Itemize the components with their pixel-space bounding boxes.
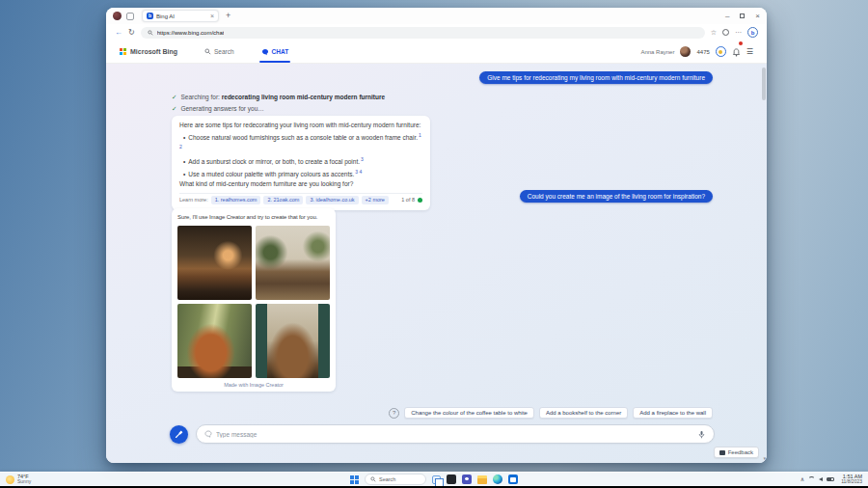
bell-icon — [732, 48, 741, 57]
profile-icon[interactable] — [722, 29, 729, 36]
citation-more-link[interactable]: +2 more — [362, 196, 389, 204]
generated-image-1[interactable] — [177, 226, 252, 300]
store-icon[interactable] — [508, 474, 518, 484]
suggestion-chips: ? Change the colour of the coffee table … — [389, 407, 713, 419]
browser-tab[interactable]: b Bing AI × — [142, 10, 219, 22]
citation-ref[interactable]: 3 — [361, 156, 364, 162]
tab-search[interactable]: Search — [204, 48, 234, 55]
url-field[interactable]: https://www.bing.com/chat — [141, 27, 705, 39]
image-reply-text: Sure, I'll use Image Creator and try to … — [177, 214, 330, 220]
tab-chat[interactable]: CHAT — [261, 48, 289, 56]
status-generating-text: Generating answers for you… — [180, 103, 263, 115]
task-view-icon[interactable] — [432, 475, 441, 484]
citation-link[interactable]: 3. idealhome.co.uk — [306, 196, 358, 204]
learn-more-label: Learn more: — [179, 196, 208, 204]
search-tab-label: Search — [214, 48, 234, 55]
feedback-button[interactable]: Feedback — [714, 447, 759, 458]
chat-area: ▾ Give me tips for redecorating my livin… — [106, 64, 767, 463]
refresh-button[interactable]: ↻ — [128, 29, 135, 37]
weather-widget[interactable]: 74°F Sunny — [6, 474, 31, 485]
taskbar-app-teams-icon[interactable] — [462, 474, 472, 484]
bing-header: Microsoft Bing Search CHAT Anna Rayner 4… — [106, 41, 767, 64]
new-topic-button[interactable] — [170, 425, 188, 444]
suggestion-chip[interactable]: Add a fireplace to the wall — [633, 407, 713, 419]
tray-chevron-icon[interactable]: ∧ — [800, 476, 804, 482]
generated-image-2[interactable] — [256, 226, 330, 300]
image-creator-caption: Made with Image Creator — [177, 382, 330, 388]
wifi-icon[interactable] — [808, 476, 815, 483]
generated-image-3[interactable] — [177, 304, 252, 378]
user-message-1: Give me tips for redecorating my living … — [479, 71, 713, 84]
answer-footer: Learn more: 1. realhomes.com 2. 21oak.co… — [179, 194, 422, 207]
taskbar-search-label: Search — [379, 476, 395, 482]
citation-link[interactable]: 2. 21oak.com — [263, 196, 303, 204]
tab-actions-icon[interactable] — [126, 13, 134, 20]
citation-ref[interactable]: 3 4 — [355, 169, 362, 175]
bing-favicon-icon: b — [147, 13, 153, 19]
hamburger-menu-icon[interactable]: ☰ — [746, 47, 753, 56]
start-button[interactable] — [350, 475, 359, 484]
help-icon[interactable]: ? — [389, 408, 399, 419]
taskbar-search-box[interactable]: Search — [365, 474, 426, 485]
status-generating: ✓ Generating answers for you… — [172, 103, 385, 115]
scrollbar-down-icon[interactable]: ▾ — [763, 456, 766, 461]
image-reply-card: Sure, I'll use Image Creator and try to … — [172, 208, 336, 392]
chat-bubble-icon — [204, 430, 212, 438]
tab-close-icon[interactable]: × — [210, 13, 214, 19]
taskbar-clock[interactable]: 1:51 AM 11/8/2023 — [841, 474, 862, 485]
answer-card: Here are some tips for redecorating your… — [172, 116, 430, 210]
message-input-container[interactable] — [196, 424, 715, 444]
browser-window: b Bing AI × + – × ← ↻ https://www.bing.c… — [106, 8, 767, 463]
microphone-icon[interactable] — [697, 430, 706, 439]
chat-bubble-icon — [261, 48, 269, 56]
user-avatar[interactable] — [680, 46, 691, 57]
citation-link[interactable]: 1. realhomes.com — [211, 196, 261, 204]
suggestion-chip[interactable]: Add a bookshelf to the corner — [539, 407, 628, 419]
taskbar-app-terminal-icon[interactable] — [447, 474, 456, 484]
brand-title[interactable]: Microsoft Bing — [130, 48, 177, 55]
broom-icon — [175, 429, 184, 439]
status-block: ✓ Searching for: redecorating living roo… — [172, 92, 385, 115]
notification-badge — [739, 41, 743, 45]
back-button[interactable]: ← — [115, 29, 122, 37]
close-button[interactable]: × — [755, 12, 760, 20]
system-tray: ∧ 1:51 AM 11/8/2023 — [800, 474, 862, 485]
bing-sidebar-button[interactable]: b — [747, 27, 758, 38]
url-text: https://www.bing.com/chat — [157, 30, 225, 36]
message-input[interactable] — [216, 431, 693, 438]
feedback-label: Feedback — [728, 449, 753, 455]
generated-image-4[interactable] — [256, 304, 330, 378]
bullet-text: Add a sunburst clock or mirror, or both,… — [188, 158, 360, 165]
microsoft-logo-icon — [120, 48, 126, 55]
user-name[interactable]: Anna Rayner — [640, 49, 674, 55]
suggestion-chip[interactable]: Change the colour of the coffee table to… — [404, 407, 534, 419]
status-dot-icon — [418, 198, 422, 203]
maximize-button[interactable] — [740, 14, 745, 18]
bullet-icon: • — [183, 171, 185, 177]
answer-bullet: •Choose natural wood furnishings such as… — [179, 131, 422, 155]
new-tab-button[interactable]: + — [226, 12, 231, 20]
favorites-star-icon[interactable]: ☆ — [711, 29, 717, 36]
notifications-button[interactable] — [732, 43, 741, 61]
volume-icon[interactable] — [819, 477, 823, 481]
clock-date: 11/8/2023 — [841, 479, 862, 485]
rewards-medal-icon[interactable] — [716, 46, 726, 57]
file-explorer-icon[interactable] — [477, 475, 487, 484]
answer-bullet: •Use a muted colour palette with primary… — [179, 168, 422, 180]
browser-profile-avatar[interactable] — [113, 12, 122, 20]
generated-image-grid — [177, 226, 330, 378]
minimize-button[interactable]: – — [725, 12, 729, 20]
status-search-prefix: Searching for: — [180, 94, 219, 100]
bullet-icon: • — [183, 158, 185, 165]
tab-title: Bing AI — [156, 14, 207, 19]
edge-icon[interactable] — [493, 474, 502, 484]
response-pagination: 1 of 8 — [401, 196, 415, 204]
answer-intro: Here are some tips for redecorating your… — [179, 121, 422, 131]
rewards-points[interactable]: 4475 — [696, 49, 709, 55]
battery-icon[interactable] — [827, 477, 834, 481]
settings-ellipsis-icon[interactable]: ⋯ — [735, 29, 742, 36]
check-icon: ✓ — [172, 92, 176, 103]
scrollbar-thumb[interactable] — [762, 68, 766, 100]
search-icon — [204, 48, 211, 55]
answer-bullet: •Add a sunburst clock or mirror, or both… — [179, 155, 422, 168]
